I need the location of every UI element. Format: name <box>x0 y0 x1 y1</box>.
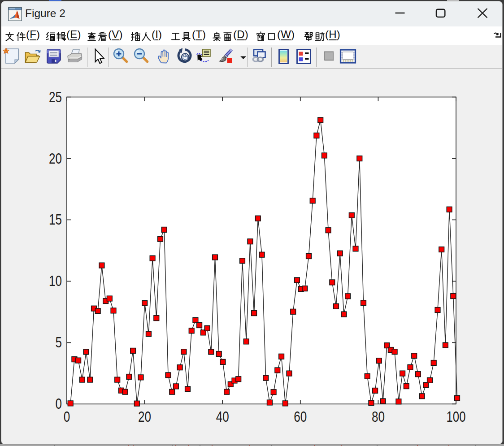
svg-text:80: 80 <box>372 409 385 425</box>
svg-text:15: 15 <box>49 212 62 228</box>
svg-text:0: 0 <box>64 409 70 425</box>
svg-text:10: 10 <box>49 273 62 289</box>
svg-text:0: 0 <box>56 396 62 412</box>
svg-text:20: 20 <box>138 409 151 425</box>
svg-text:20: 20 <box>49 151 62 167</box>
svg-text:100: 100 <box>447 409 466 425</box>
svg-text:60: 60 <box>294 409 307 425</box>
svg-text:40: 40 <box>216 409 229 425</box>
svg-text:5: 5 <box>56 334 62 351</box>
svg-text:25: 25 <box>49 89 62 105</box>
